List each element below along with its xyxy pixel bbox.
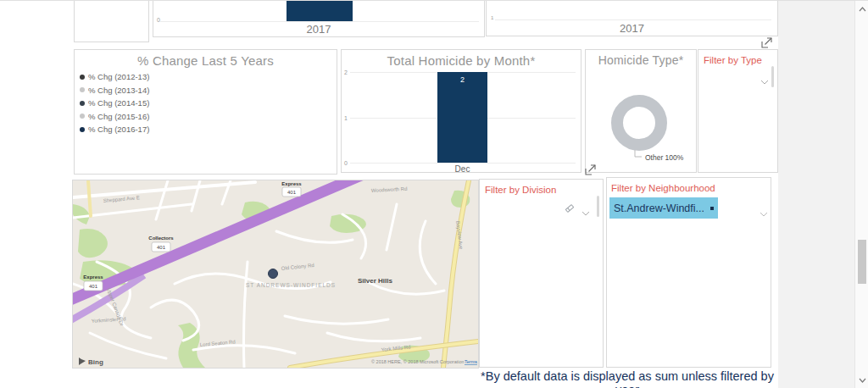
legend-item[interactable]: % Chg (2013-14)	[75, 84, 337, 97]
top-mid-chart-panel: 0 2017	[153, 1, 485, 37]
map-panel: Sheppard Ave E Woodsworth Rd Old Colony …	[72, 180, 479, 369]
map-terms-link[interactable]: Terms	[465, 359, 477, 364]
y-tick: 0	[344, 160, 348, 166]
shield-road-label: Collectors	[148, 236, 174, 241]
legend-label: % Chg (2015-16)	[88, 112, 149, 121]
district-label: Silver Hills	[358, 277, 392, 285]
shield-number: 401	[89, 284, 98, 289]
scroll-down-icon[interactable]	[855, 374, 868, 387]
map-marker[interactable]	[269, 269, 278, 279]
legend-bullet-icon	[80, 114, 85, 119]
top-left-stub-panel	[74, 1, 149, 42]
chevron-down-icon[interactable]	[760, 73, 769, 88]
y-tick: 2	[344, 69, 348, 75]
legend-item[interactable]: % Chg (2012-13)	[75, 70, 337, 84]
bar-dec[interactable]: 2	[437, 72, 487, 163]
chart-title: % Change Last 5 Years	[75, 50, 337, 68]
bar-data-label: 2	[437, 75, 487, 84]
filter-by-type-panel: Filter by Type	[698, 49, 778, 173]
chart-title: Homicide Type*	[586, 50, 696, 67]
slicer-title: Filter by Neighbourhood	[607, 178, 771, 193]
dashboard-canvas: 0 2017 1 2017 % Change Last 5 Years % Ch…	[0, 0, 868, 388]
legend-bullet-icon	[80, 101, 85, 106]
legend-bullet-icon	[80, 75, 85, 80]
chevron-down-icon[interactable]	[581, 204, 590, 219]
chevron-down-icon[interactable]	[760, 205, 768, 220]
y-tick: 1	[491, 15, 493, 21]
pct-change-panel: % Change Last 5 Years % Chg (2012-13) % …	[74, 49, 337, 175]
filter-by-neighbourhood-panel: Filter by Neighbourhood St.Andrew-Windfi…	[606, 177, 771, 368]
legend-item[interactable]: % Chg (2016-17)	[75, 123, 337, 136]
bar-2017[interactable]	[287, 1, 353, 21]
scroll-up-icon[interactable]	[855, 3, 868, 16]
shield-road-label: Express	[83, 274, 103, 280]
slicer-title: Filter by Type	[698, 50, 777, 65]
y-tick: 0	[157, 17, 160, 23]
selected-neighbourhood-chip[interactable]: St.Andrew-Windfi...	[609, 197, 718, 219]
remove-selection-icon[interactable]	[710, 207, 714, 210]
homicide-by-month-panel: Total Homicide by Month* 2 1 0 2 Dec	[341, 49, 581, 173]
legend-label: % Chg (2012-13)	[88, 72, 149, 81]
bing-wordmark: Bing	[88, 358, 103, 366]
donut-chart[interactable]	[586, 74, 696, 158]
footer-note: *By default data is displayed as sum unl…	[479, 369, 776, 388]
right-margin	[778, 1, 854, 388]
legend-label: % Chg (2014-15)	[88, 98, 149, 108]
slice-label: Other 100%	[645, 153, 683, 162]
eraser-icon[interactable]	[565, 202, 575, 217]
selected-value: St.Andrew-Windfi...	[614, 202, 704, 214]
x-axis-label: 2017	[487, 22, 777, 35]
x-axis-label: Dec	[437, 164, 487, 174]
focus-mode-icon[interactable]	[760, 36, 774, 50]
legend-item[interactable]: % Chg (2014-15)	[75, 97, 337, 110]
legend-label: % Chg (2016-17)	[88, 125, 149, 134]
homicide-type-panel: Homicide Type* Other 100%	[585, 49, 697, 173]
leader-line	[635, 150, 642, 157]
y-tick: 1	[344, 115, 348, 121]
legend: % Chg (2012-13) % Chg (2013-14) % Chg (2…	[75, 70, 337, 136]
slicer-scrollbar[interactable]	[771, 66, 774, 87]
top-right-chart-panel: 1 2017	[486, 1, 778, 36]
focus-mode-icon[interactable]	[584, 164, 598, 177]
map-attribution: © 2018 HERE, © 2018 Microsoft Corporatio…	[371, 359, 465, 364]
slicer-title: Filter by Division	[480, 180, 603, 195]
chart-title: Total Homicide by Month*	[342, 50, 581, 68]
slicer-scrollbar[interactable]	[597, 196, 599, 217]
donut-slice-other[interactable]	[617, 101, 661, 145]
legend-item[interactable]: % Chg (2015-16)	[75, 110, 337, 124]
legend-bullet-icon	[80, 87, 85, 92]
scrollbar-thumb[interactable]	[858, 240, 866, 284]
filter-by-division-panel: Filter by Division	[479, 179, 604, 368]
x-axis-label: 2017	[153, 23, 484, 36]
shield-road-label: Express	[281, 181, 302, 186]
legend-label: % Chg (2013-14)	[88, 86, 149, 95]
neighbourhood-label: ST ANDREWS-WINDFIELDS	[246, 282, 336, 288]
bing-map[interactable]: Sheppard Ave E Woodsworth Rd Old Colony …	[73, 180, 478, 368]
legend-bullet-icon	[80, 127, 85, 132]
shield-number: 401	[287, 190, 297, 195]
vertical-scrollbar[interactable]	[854, 1, 868, 388]
shield-number: 401	[157, 245, 166, 250]
